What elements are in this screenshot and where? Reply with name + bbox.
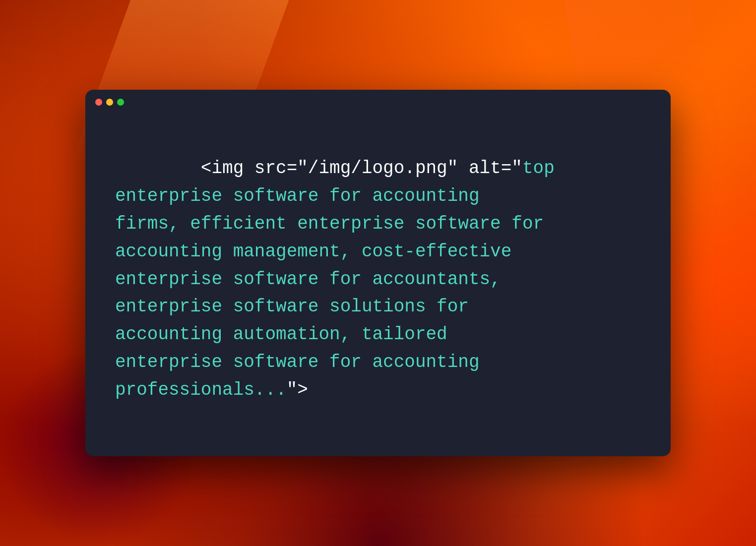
window-titlebar [85, 90, 671, 113]
code-alt-text: top enterprise software for accounting f… [115, 158, 555, 400]
page-container: <img src="/img/logo.png" alt="top enterp… [0, 0, 756, 546]
traffic-light-yellow[interactable] [106, 99, 113, 106]
window-content: <img src="/img/logo.png" alt="top enterp… [85, 113, 671, 457]
code-block: <img src="/img/logo.png" alt="top enterp… [115, 127, 641, 432]
traffic-light-green[interactable] [117, 99, 124, 106]
traffic-light-red[interactable] [95, 99, 102, 106]
code-img-tag: <img src="/img/logo.png" alt=" [201, 158, 522, 179]
code-window: <img src="/img/logo.png" alt="top enterp… [85, 90, 671, 457]
code-close-quote: "> [287, 380, 308, 400]
